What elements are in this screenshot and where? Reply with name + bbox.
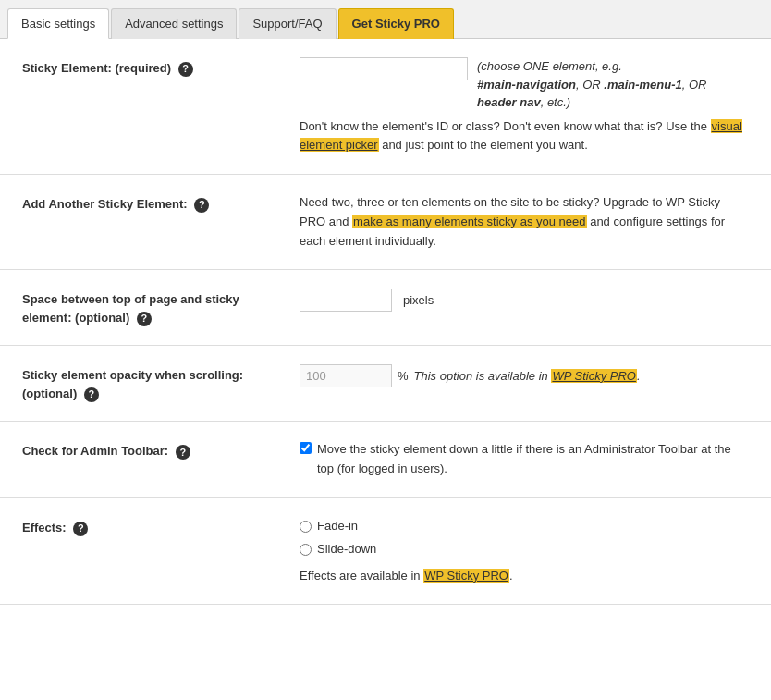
sticky-element-help-icon[interactable]: ?: [178, 62, 193, 77]
effects-fade-in-radio[interactable]: [300, 521, 312, 533]
page-wrapper: Basic settings Advanced settings Support…: [0, 0, 771, 700]
tab-advanced-label: Advanced settings: [125, 17, 223, 31]
opacity-input[interactable]: [300, 364, 392, 387]
admin-toolbar-checkbox[interactable]: [300, 442, 312, 454]
tab-get-pro[interactable]: Get Sticky PRO: [338, 8, 454, 39]
opacity-label: Sticky element opacity when scrolling: (…: [22, 364, 281, 402]
settings-content: Sticky Element: (required) ? (choose ONE…: [0, 39, 771, 605]
space-top-control: pixels: [300, 289, 749, 312]
tab-basic[interactable]: Basic settings: [7, 8, 109, 39]
setting-row-opacity: Sticky element opacity when scrolling: (…: [0, 346, 771, 422]
effects-help-icon[interactable]: ?: [73, 522, 88, 536]
admin-toolbar-label: Check for Admin Toolbar: ?: [22, 440, 281, 461]
space-top-help-icon[interactable]: ?: [137, 312, 152, 326]
effects-footer: Effects are available in WP Sticky PRO.: [300, 567, 749, 586]
effects-label: Effects: ?: [22, 517, 281, 537]
visual-element-picker-link[interactable]: visual element picker: [300, 119, 742, 153]
opacity-pro-note: This option is available in WP Sticky PR…: [414, 367, 641, 387]
setting-row-space-top: Space between top of page and sticky ele…: [0, 270, 771, 346]
effects-control: Fade-in Slide-down Effects are available…: [300, 517, 749, 585]
effects-slide-down-label: Slide-down: [317, 540, 376, 559]
make-elements-sticky-link[interactable]: make as many elements sticky as you need: [352, 215, 586, 228]
opacity-control: % This option is available in WP Sticky …: [300, 364, 749, 387]
tab-bar: Basic settings Advanced settings Support…: [0, 0, 771, 39]
effects-pro-link[interactable]: WP Sticky PRO: [423, 569, 509, 583]
add-another-label: Add Another Sticky Element: ?: [22, 193, 281, 214]
percent-label: %: [398, 367, 409, 387]
sticky-element-description: Don't know the element's ID or class? Do…: [300, 117, 749, 156]
setting-row-sticky-element: Sticky Element: (required) ? (choose ONE…: [0, 39, 771, 175]
tab-get-pro-label: Get Sticky PRO: [352, 17, 440, 31]
sticky-element-label: Sticky Element: (required) ?: [22, 57, 281, 78]
add-another-control: Need two, three or ten elements on the s…: [300, 193, 749, 251]
setting-row-admin-toolbar: Check for Admin Toolbar: ? Move the stic…: [0, 422, 771, 498]
space-top-label: Space between top of page and sticky ele…: [22, 289, 281, 326]
add-another-help-icon[interactable]: ?: [194, 198, 209, 213]
tab-support[interactable]: Support/FAQ: [239, 8, 336, 39]
sticky-element-input[interactable]: [300, 57, 468, 80]
effects-slide-down-radio[interactable]: [300, 544, 312, 556]
sticky-element-hint: (choose ONE element, e.g. #main-navigati…: [477, 57, 749, 112]
admin-toolbar-help-icon[interactable]: ?: [176, 445, 190, 460]
admin-toolbar-checkbox-label: Move the sticky element down a little if…: [317, 440, 749, 479]
opacity-help-icon[interactable]: ?: [84, 387, 99, 402]
pixels-label: pixels: [403, 291, 434, 311]
sticky-element-control: (choose ONE element, e.g. #main-navigati…: [300, 57, 749, 155]
effects-slide-down-row: Slide-down: [300, 540, 749, 559]
opacity-pro-link[interactable]: WP Sticky PRO: [551, 369, 637, 383]
setting-row-effects: Effects: ? Fade-in Slide-down Effects ar…: [0, 498, 771, 605]
space-top-input[interactable]: [300, 289, 392, 312]
effects-fade-in-row: Fade-in: [300, 517, 749, 536]
admin-toolbar-control: Move the sticky element down a little if…: [300, 440, 749, 479]
setting-row-add-another: Add Another Sticky Element: ? Need two, …: [0, 175, 771, 270]
effects-fade-in-label: Fade-in: [317, 517, 358, 536]
tab-basic-label: Basic settings: [21, 17, 95, 31]
tab-advanced[interactable]: Advanced settings: [111, 8, 237, 39]
tab-support-label: Support/FAQ: [252, 17, 322, 31]
